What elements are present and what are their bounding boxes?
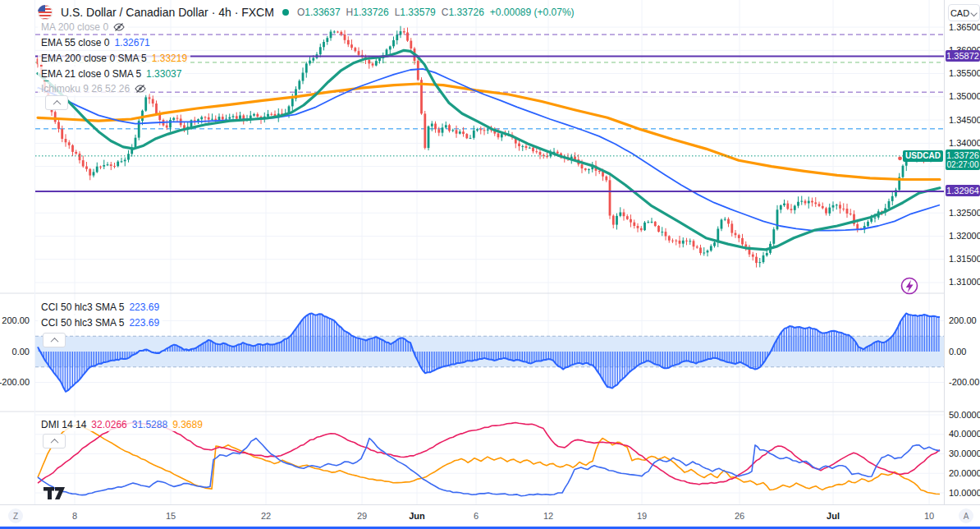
price-axis-label: 1.34000 [949,138,980,148]
price-axis-label: 1.32500 [949,208,980,218]
legend-ichimoku[interactable]: Ichimoku 9 26 52 26 [38,81,149,95]
legend-ema55-label: EMA 55 close 0 [41,37,109,48]
chevron-down-icon [970,9,977,16]
legend-ema21-label: EMA 21 close 0 SMA 5 [41,68,141,80]
ohlc-high-value: 1.33726 [353,7,388,18]
time-axis-tick: 8 [57,505,93,527]
time-axis-tick: 29 [344,505,380,527]
cci-axis-label: -200.00 [949,377,979,387]
time-axis-tick: Jun [399,505,435,527]
ohlc-low-value: 1.33579 [400,7,435,18]
cci-left-axis-label: -200.00 [0,377,30,387]
tradingview-chart-window: U.S. Dollar / Canadian Dollar · 4h · FXC… [0,0,980,529]
legend-ema55[interactable]: EMA 55 close 0 1.32671 [38,35,153,49]
price-axis-label: 1.35000 [949,91,980,101]
time-axis-tick: 12 [530,505,566,527]
price-axis-label: 1.35500 [949,68,980,78]
ohlc-high-key: H [346,7,354,18]
dmi-axis-label: 40.0000 [949,429,980,439]
time-axis-tick: 26 [721,505,758,527]
main-pane-collapse-button[interactable] [45,95,68,110]
legend-cci-2[interactable]: CCI 50 hlc3 SMA 5 223.69 [38,315,163,329]
legend-ma200-label: MA 200 close 0 [41,21,108,33]
left-price-axis[interactable]: 200.000.00-200.00 [0,0,34,504]
time-axis-tick: 6 [458,505,494,527]
legend-ema200[interactable]: EMA 200 close 0 SMA 5 1.33219 [38,51,190,65]
legend-cci1-label: CCI 50 hlc3 SMA 5 [41,301,124,313]
legend-dmi-label: DMI 14 14 [41,419,86,430]
time-axis-tick: 22 [248,505,284,527]
symbol-header: U.S. Dollar / Canadian Dollar · 4h · FXC… [38,5,575,20]
legend-ichimoku-label: Ichimoku 9 26 52 26 [41,83,130,94]
legend-ema21-value: 1.33037 [146,68,181,80]
time-axis-tick: 10 [911,505,947,527]
price-axis-label: 1.36500 [949,22,980,32]
auto-scale-button[interactable]: A [959,508,973,523]
legend-ma200[interactable]: MA 200 close 0 [38,20,128,34]
legend-cci2-value: 223.69 [129,317,159,329]
us-flag-icon[interactable] [38,5,53,20]
price-axis-label: 1.31000 [949,277,980,287]
timezone-button[interactable]: Z [8,508,23,523]
dmi-pane-collapse-button[interactable] [43,434,66,448]
last-tick-dot-icon [898,156,902,160]
cci-left-axis-label: 0.00 [12,347,30,356]
time-axis-tick: 19 [624,505,660,527]
legend-dmi-adx-value: 32.0266 [91,419,126,430]
price-badge: 1.3372602:27:00 [946,150,980,170]
dmi-axis-label: 30.0000 [949,448,980,458]
legend-ema55-value: 1.32671 [114,37,149,48]
price-badge: 1.35872 [946,50,980,62]
eye-slash-icon[interactable] [135,83,146,94]
countdown-timer: 02:27:00 [946,160,980,169]
ohlc-close-value: 1.33726 [448,7,483,18]
ohlc-open-value: 1.33637 [305,7,340,18]
price-badge: 1.32964 [946,185,980,196]
price-axis-label: 1.34500 [949,115,980,125]
legend-cci2-label: CCI 50 hlc3 SMA 5 [41,317,124,329]
ohlc-open-key: O [297,7,305,18]
right-price-axis[interactable]: CAD 1.365001.360001.355001.350001.345001… [944,0,980,504]
legend-ema200-label: EMA 200 close 0 SMA 5 [41,53,147,64]
legend-cci-1[interactable]: CCI 50 hlc3 SMA 5 223.69 [38,300,163,314]
cci-axis-label: 200.00 [949,315,977,325]
legend-ema200-value: 1.33219 [152,53,187,64]
cci-left-axis-label: 200.00 [2,315,30,325]
legend-ema21[interactable]: EMA 21 close 0 SMA 5 1.33037 [38,67,185,80]
currency-selector-button[interactable]: CAD [948,4,980,21]
ohlc-readout: O1.33637 H1.33726 L1.33579 C1.33726 +0.0… [297,7,575,18]
cci-axis-label: 0.00 [949,347,966,356]
dmi-pane [38,423,940,496]
dmi-axis-label: 10.0000 [949,488,980,498]
legend-dmi-plusdi-value: 31.5288 [132,419,167,430]
time-axis-tick: Jul [815,505,851,527]
legend-cci1-value: 223.69 [129,301,159,313]
legend-dmi-minusdi-value: 9.3689 [172,419,203,430]
dmi-axis-label: 20.0000 [949,468,980,478]
currency-label: CAD [950,8,969,18]
symbol-price-flag: USDCAD [903,150,943,162]
price-change: +0.00089 (+0.07%) [490,7,575,18]
price-axis-label: 1.31500 [949,254,980,264]
cci-pane [35,314,944,392]
market-open-dot-icon [282,9,289,16]
time-axis-tick: 15 [153,505,189,527]
eye-slash-icon[interactable] [113,21,125,33]
symbol-title[interactable]: U.S. Dollar / Canadian Dollar · 4h · FXC… [61,6,274,19]
cci-pane-collapse-button[interactable] [43,333,66,347]
dmi-axis-label: 50.0000 [949,410,980,420]
legend-dmi[interactable]: DMI 14 14 32.0266 31.5288 9.3689 [38,417,206,431]
instant-order-lightning-button[interactable] [902,278,918,294]
price-axis-label: 1.32000 [949,231,980,241]
dmi--di-line [38,425,940,494]
time-axis[interactable]: Z A 8152229Jun6121926Jul10 [0,504,980,527]
